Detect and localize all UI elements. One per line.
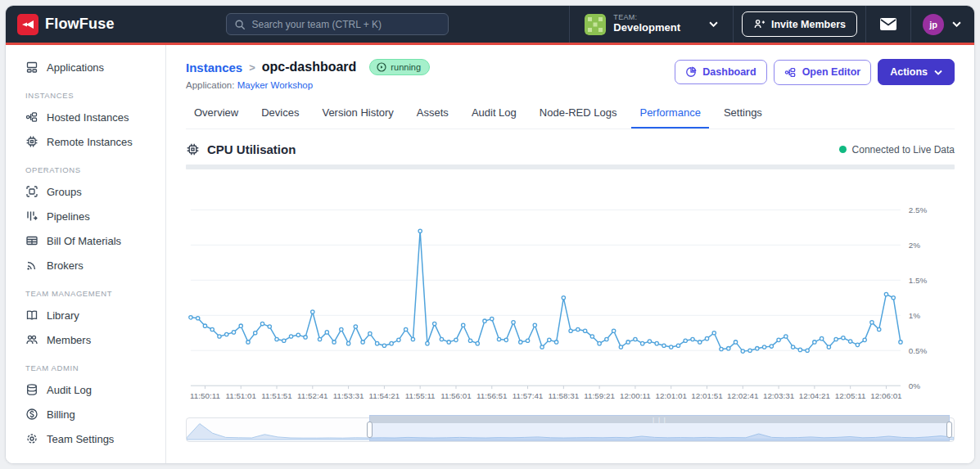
applications-icon [25,61,38,74]
sidebar-item-members[interactable]: Members [6,327,165,352]
invite-members-button[interactable]: Invite Members [742,11,857,37]
sidebar-section-operations: OPERATIONS [6,154,165,179]
sidebar-item-hosted-instances[interactable]: Hosted Instances [6,105,165,129]
play-circle-icon [377,62,386,72]
members-icon [25,333,38,346]
instance-tabs: Overview Devices Version History Assets … [186,101,955,129]
svg-text:11:54:21: 11:54:21 [369,391,400,400]
breadcrumb-instances-link[interactable]: Instances [186,61,242,74]
application-link[interactable]: Mayker Workshop [237,80,313,90]
logo-text: FlowFuse [45,16,115,33]
sidebar-item-label: Remote Instances [47,136,133,148]
svg-text:12:02:41: 12:02:41 [727,391,758,400]
groups-icon [25,185,38,198]
page-title: opc-dashboard [262,60,357,74]
svg-text:11:53:31: 11:53:31 [333,391,364,400]
sidebar-item-label: Billing [47,408,75,421]
sidebar-item-library[interactable]: Library [6,303,165,327]
sidebar-item-bill-of-materials[interactable]: Bill Of Materials [6,228,165,253]
top-navbar: FlowFuse TEAM: Dev [6,6,974,43]
actions-button-label: Actions [890,66,928,78]
sidebar-item-team-settings[interactable]: Team Settings [6,426,165,451]
tab-version-history[interactable]: Version History [314,101,401,129]
svg-text:11:51:51: 11:51:51 [261,391,292,400]
sidebar-item-remote-instances[interactable]: Remote Instances [6,129,165,154]
tab-performance[interactable]: Performance [631,101,708,129]
sidebar-item-applications[interactable]: Applications [6,55,165,79]
sidebar-item-audit-log[interactable]: Audit Log [6,377,165,402]
sidebar-item-label: Groups [47,186,82,198]
tab-node-red-logs[interactable]: Node-RED Logs [531,101,625,129]
open-editor-button[interactable]: Open Editor [774,60,872,85]
remote-instances-icon [25,135,38,148]
navbar-divider-3 [865,6,866,43]
sidebar-item-label: Team Settings [47,433,114,445]
flowfuse-logo[interactable]: FlowFuse [17,14,115,35]
svg-text:2%: 2% [909,241,920,250]
main-content: Instances > opc-dashboard running Ap [166,45,974,463]
brush-handle-right[interactable] [946,422,952,438]
person-plus-icon [753,18,765,30]
library-icon [25,309,38,322]
dashboard-button[interactable]: Dashboard [675,60,766,84]
svg-text:11:57:41: 11:57:41 [513,391,544,400]
sidebar-section-team-management: TEAM MANAGEMENT [6,277,165,303]
search-input[interactable] [251,19,440,30]
team-search[interactable] [226,13,449,35]
sidebar-item-label: Pipelines [47,210,90,223]
user-chevron-down-icon [952,21,961,27]
flowfuse-logo-icon [17,14,38,35]
sidebar: Applications INSTANCES Hosted Instances … [6,45,166,463]
tab-audit-log[interactable]: Audit Log [463,101,525,129]
pipelines-icon [25,210,38,223]
search-icon [234,19,246,30]
svg-text:11:56:51: 11:56:51 [476,391,508,400]
actions-chevron-down-icon [934,70,942,75]
svg-text:12:03:31: 12:03:31 [763,391,794,400]
svg-text:12:01:51: 12:01:51 [691,391,722,400]
head-actions: Dashboard Open Editor Actions [675,59,955,85]
notifications-mail-button[interactable] [874,14,902,34]
team-selector[interactable]: TEAM: Development [578,14,725,35]
svg-text:12:04:21: 12:04:21 [799,391,830,400]
svg-text:11:58:31: 11:58:31 [549,391,580,400]
page-head: Instances > opc-dashboard running Ap [186,45,955,90]
status-badge: running [369,59,430,75]
brush-selection[interactable]: ❘❘❘ [369,415,950,441]
tab-settings[interactable]: Settings [716,101,770,129]
navbar-divider-4 [910,6,911,43]
sidebar-item-pipelines[interactable]: Pipelines [6,204,165,228]
sidebar-item-label: Members [47,334,91,346]
cpu-panel-header: CPU Utilisation Connected to Live Data [186,142,955,156]
sidebar-item-label: Hosted Instances [47,111,129,124]
tab-overview[interactable]: Overview [186,101,246,129]
live-status-label: Connected to Live Data [852,144,955,156]
actions-button[interactable]: Actions [878,59,955,85]
team-chevron-down-icon [709,21,718,27]
application-label: Application: [186,80,234,90]
user-menu[interactable]: jp [919,14,964,35]
sidebar-item-brokers[interactable]: Brokers [6,253,165,277]
svg-text:11:51:01: 11:51:01 [225,391,256,400]
live-data-status: Connected to Live Data [839,144,955,156]
app-window: FlowFuse TEAM: Dev [5,5,975,464]
svg-text:11:55:11: 11:55:11 [405,391,436,400]
gear-icon [25,432,38,445]
brush-handle-left[interactable] [367,422,373,438]
user-avatar: jp [923,14,944,35]
envelope-icon [879,17,897,31]
sidebar-item-label: Brokers [47,259,84,272]
svg-text:2.5%: 2.5% [909,205,928,214]
brush-drag-bar[interactable]: ❘❘❘ [370,416,949,423]
svg-text:12:01:01: 12:01:01 [656,391,687,400]
svg-text:12:00:11: 12:00:11 [620,391,651,400]
team-avatar-icon [585,14,606,35]
sidebar-item-billing[interactable]: Billing [6,402,165,426]
time-range-brush[interactable]: ❘❘❘ [186,417,955,442]
tab-devices[interactable]: Devices [253,101,307,129]
sidebar-item-groups[interactable]: Groups [6,179,165,204]
tab-assets[interactable]: Assets [409,101,457,129]
sidebar-item-label: Library [47,309,79,322]
sidebar-item-label: Audit Log [47,384,92,396]
cpu-chart-container: 0%0.5%1%1.5%2%2.5%11:50:1111:51:0111:51:… [186,178,955,406]
